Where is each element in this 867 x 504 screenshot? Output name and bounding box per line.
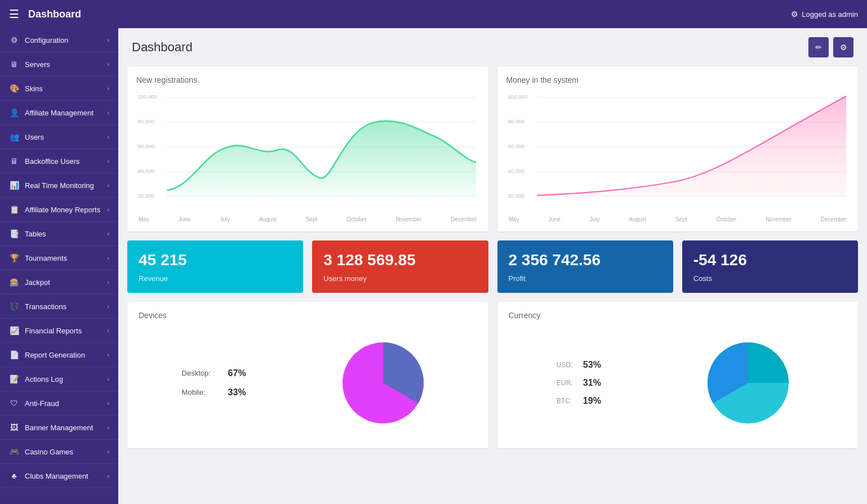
chevron-right-icon: › bbox=[107, 37, 109, 43]
sidebar-item-servers[interactable]: 🖥 Servers › bbox=[0, 52, 118, 77]
sidebar-item-left: 👥 Users bbox=[9, 132, 44, 141]
sidebar-item-label: Configuration bbox=[25, 36, 68, 44]
sidebar-item-icon: 📊 bbox=[9, 181, 19, 190]
money-in-system-panel: Money in the system 100,000 80,000 60,00… bbox=[497, 66, 859, 231]
chevron-right-icon: › bbox=[107, 279, 109, 286]
sidebar-item-skins[interactable]: 🎨 Skins › bbox=[0, 77, 118, 101]
sidebar-item-jackpot[interactable]: 🎰 Jackpot › bbox=[0, 270, 118, 295]
sidebar-item-configuration[interactable]: ⚙ Configuration › bbox=[0, 28, 118, 52]
sidebar-item-real-time-monitoring[interactable]: 📊 Real Time Monitoring › bbox=[0, 173, 118, 198]
chevron-right-icon: › bbox=[107, 472, 109, 479]
sidebar-item-users[interactable]: 👥 Users › bbox=[0, 125, 118, 149]
chevron-right-icon: › bbox=[107, 448, 109, 455]
sidebar-item-icon: 🖥 bbox=[9, 60, 19, 69]
svg-text:60,000: 60,000 bbox=[508, 143, 524, 149]
sidebar-item-tournaments[interactable]: 🏆 Tournaments › bbox=[0, 246, 118, 270]
sidebar-item-left: 🛡 Anti-Fraud bbox=[9, 399, 59, 408]
sidebar-item-transactions[interactable]: 💱 Transactions › bbox=[0, 295, 118, 319]
sidebar-item-label: Skins bbox=[25, 84, 43, 93]
sidebar-item-label: Backoffice Users bbox=[25, 157, 79, 166]
sidebar-item-actions-log[interactable]: 📝 Actions Log › bbox=[0, 367, 118, 391]
device-label: Mobile: bbox=[182, 388, 221, 396]
currency-name: EUR: bbox=[557, 379, 576, 387]
sidebar-item-left: 📊 Real Time Monitoring bbox=[9, 181, 94, 190]
chevron-right-icon: › bbox=[107, 158, 109, 164]
sidebar-item-left: 🖥 Backoffice Users bbox=[9, 157, 79, 166]
app-body: ⚙ Configuration › 🖥 Servers › 🎨 Skins › … bbox=[0, 28, 867, 504]
device-pct: 33% bbox=[228, 387, 246, 398]
sidebar-item-label: Tables bbox=[25, 230, 46, 238]
svg-text:100,000: 100,000 bbox=[137, 93, 158, 100]
edit-button[interactable]: ✏ bbox=[808, 37, 829, 57]
sidebar-item-left: 📄 Report Generation bbox=[9, 350, 85, 359]
sidebar-item-label: Actions Log bbox=[25, 375, 63, 383]
sidebar-item-left: 🖥 Servers bbox=[9, 60, 50, 69]
chevron-right-icon: › bbox=[107, 85, 109, 92]
sidebar-item-icon: 💱 bbox=[9, 302, 19, 311]
chevron-right-icon: › bbox=[107, 133, 109, 140]
new-registrations-panel: New registrations 100,000 80,000 60,000 bbox=[127, 66, 488, 231]
stat-card-revenue[interactable]: 45 215 Revenue bbox=[127, 240, 303, 293]
sidebar-item-tables[interactable]: 📑 Tables › bbox=[0, 222, 118, 246]
main-content: Dashboard ✏ ⚙ New registrations bbox=[118, 28, 867, 504]
sidebar-item-label: Real Time Monitoring bbox=[25, 181, 94, 190]
sidebar-item-anti-fraud[interactable]: 🛡 Anti-Fraud › bbox=[0, 391, 118, 416]
sidebar-item-banner-management[interactable]: 🖼 Banner Management › bbox=[0, 416, 118, 440]
stat-card-costs[interactable]: -54 126 Costs bbox=[682, 240, 858, 293]
hamburger-icon[interactable]: ☰ bbox=[9, 7, 19, 21]
sidebar-item-label: Anti-Fraud bbox=[25, 399, 59, 408]
sidebar-item-report-generation[interactable]: 📄 Report Generation › bbox=[0, 343, 118, 367]
sidebar-item-icon: 🏆 bbox=[9, 253, 19, 262]
sidebar-item-icon: 🖼 bbox=[9, 423, 19, 432]
sidebar-item-icon: 📑 bbox=[9, 229, 19, 238]
sidebar-item-label: Servers bbox=[25, 60, 50, 69]
chevron-right-icon: › bbox=[107, 230, 109, 237]
devices-legend: Desktop: 67% Mobile: 33% bbox=[182, 368, 246, 398]
sidebar: ⚙ Configuration › 🖥 Servers › 🎨 Skins › … bbox=[0, 28, 118, 504]
sidebar-item-left: 🎰 Jackpot bbox=[9, 278, 50, 287]
new-reg-x-labels: MayJuneJulyAugustSeptOctoberNovemberDece… bbox=[136, 216, 479, 222]
chevron-right-icon: › bbox=[107, 255, 109, 261]
sidebar-item-icon: 👤 bbox=[9, 108, 19, 117]
svg-text:80,000: 80,000 bbox=[508, 118, 524, 124]
sidebar-item-left: 📑 Tables bbox=[9, 229, 46, 238]
stat-card-profit[interactable]: 2 356 742.56 Profit bbox=[497, 240, 673, 293]
topbar-left: ☰ Dashboard bbox=[9, 7, 81, 21]
new-registrations-chart: 100,000 80,000 60,000 40,000 20,000 bbox=[136, 91, 479, 215]
sidebar-item-left: 📋 Affiliate Money Reports bbox=[9, 205, 100, 214]
sidebar-item-label: Banner Management bbox=[25, 423, 93, 432]
sidebar-item-affiliate-money-reports[interactable]: 📋 Affiliate Money Reports › bbox=[0, 198, 118, 222]
topbar: ☰ Dashboard ⚙ Logged as admin bbox=[0, 0, 867, 28]
dashboard-header: Dashboard ✏ ⚙ bbox=[118, 28, 867, 66]
sidebar-item-casino-games[interactable]: 🎮 Casino Games › bbox=[0, 440, 118, 464]
sidebar-item-left: 🎮 Casino Games bbox=[9, 447, 73, 456]
settings-button[interactable]: ⚙ bbox=[833, 37, 853, 57]
user-gear-icon: ⚙ bbox=[791, 10, 798, 19]
currency-pct: 19% bbox=[583, 396, 601, 406]
devices-title: Devices bbox=[139, 311, 477, 320]
sidebar-item-affiliate-management[interactable]: 👤 Affiliate Management › bbox=[0, 101, 118, 125]
svg-text:40,000: 40,000 bbox=[508, 168, 524, 174]
chevron-right-icon: › bbox=[107, 400, 109, 407]
sidebar-item-left: 📝 Actions Log bbox=[9, 374, 63, 383]
sidebar-item-left: 📈 Financial Reports bbox=[9, 326, 82, 335]
stat-card-users-money[interactable]: 3 128 569.85 Users money bbox=[312, 240, 488, 293]
stat-card-label: Revenue bbox=[139, 274, 292, 283]
sidebar-item-backoffice-users[interactable]: 🖥 Backoffice Users › bbox=[0, 149, 118, 173]
svg-text:60,000: 60,000 bbox=[137, 143, 154, 149]
svg-text:40,000: 40,000 bbox=[137, 168, 154, 174]
page-title: Dashboard bbox=[132, 40, 193, 55]
currency-pie bbox=[697, 332, 799, 434]
currency-legend: USD: 53% EUR: 31% BTC: 19% bbox=[557, 360, 601, 406]
money-in-system-title: Money in the system bbox=[506, 75, 850, 84]
svg-text:20,000: 20,000 bbox=[508, 193, 524, 199]
devices-panel: Devices Desktop: 67% Mobile: 33% bbox=[127, 302, 488, 448]
sidebar-item-left: 🎨 Skins bbox=[9, 84, 43, 93]
sidebar-item-clubs-management[interactable]: ♣ Clubs Management › bbox=[0, 464, 118, 488]
chevron-right-icon: › bbox=[107, 182, 109, 189]
sidebar-item-label: Tournaments bbox=[25, 254, 67, 262]
stat-cards: 45 215 Revenue 3 128 569.85 Users money … bbox=[118, 240, 867, 302]
sidebar-item-financial-reports[interactable]: 📈 Financial Reports › bbox=[0, 319, 118, 343]
sidebar-item-left: 🏆 Tournaments bbox=[9, 253, 67, 262]
chevron-right-icon: › bbox=[107, 351, 109, 358]
